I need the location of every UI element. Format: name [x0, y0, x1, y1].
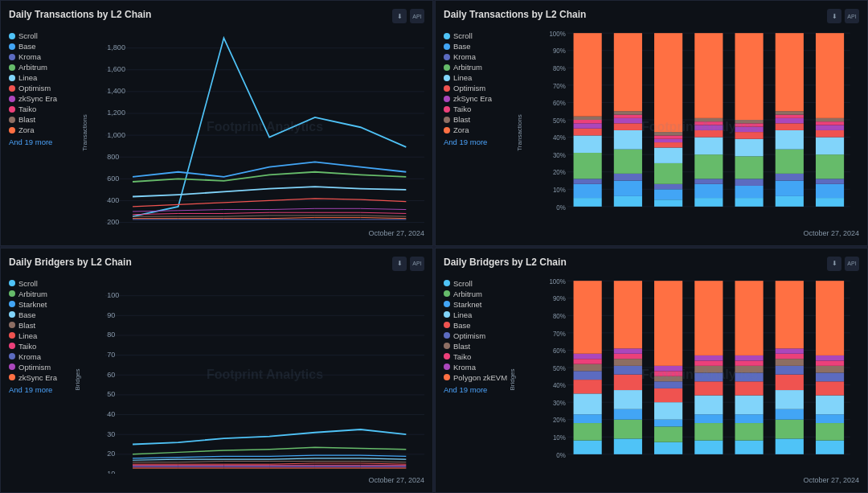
- legend-more[interactable]: And 19 more: [9, 138, 81, 146]
- svg-rect-93: [776, 174, 804, 181]
- svg-rect-82: [735, 186, 763, 198]
- panel-header-tr: Daily Transactions by L2 Chain ⬇ API: [444, 9, 859, 23]
- svg-rect-42: [574, 184, 602, 198]
- svg-text:10%: 10%: [553, 433, 566, 441]
- svg-text:1,000: 1,000: [107, 129, 125, 138]
- svg-rect-70: [654, 33, 682, 132]
- svg-rect-160: [574, 359, 602, 364]
- legend-item: zkSync Era: [9, 373, 81, 382]
- api-icon-br[interactable]: API: [845, 257, 859, 271]
- panel-icons-br: ⬇ API: [827, 257, 859, 271]
- legend-item: Taiko: [9, 105, 81, 113]
- svg-rect-97: [776, 118, 804, 123]
- svg-text:100%: 100%: [549, 277, 566, 285]
- svg-text:600: 600: [107, 173, 119, 182]
- svg-text:20%: 20%: [553, 168, 566, 176]
- api-icon-tl[interactable]: API: [410, 9, 424, 23]
- svg-rect-216: [816, 395, 844, 414]
- svg-rect-53: [614, 174, 642, 181]
- svg-rect-205: [776, 409, 804, 419]
- svg-container-tl: Footprint Analytics 1,800: [105, 28, 424, 227]
- svg-rect-153: [574, 440, 602, 454]
- legend-item: Blast: [9, 115, 81, 124]
- svg-text:20%: 20%: [553, 416, 566, 424]
- svg-rect-159: [574, 364, 602, 371]
- svg-rect-177: [654, 388, 682, 401]
- svg-text:60%: 60%: [553, 346, 566, 354]
- download-icon-br[interactable]: ⬇: [827, 257, 841, 271]
- svg-text:50: 50: [107, 388, 115, 397]
- svg-rect-191: [694, 355, 723, 359]
- svg-rect-99: [776, 111, 804, 114]
- svg-rect-222: [816, 281, 844, 355]
- svg-rect-203: [776, 438, 804, 454]
- svg-rect-88: [735, 123, 763, 126]
- svg-container-bl: Footprint Analytics 100 90: [105, 276, 424, 475]
- svg-rect-208: [776, 365, 804, 374]
- bar-chart-br: 0%10%20%30%40%50%60%70%80%90%100%: [540, 276, 859, 475]
- legend-item: Blast: [444, 342, 516, 351]
- legend-item: Kroma: [9, 52, 81, 61]
- svg-text:90%: 90%: [553, 294, 566, 302]
- svg-rect-48: [574, 120, 602, 123]
- y-axis-label-bl: Bridges: [74, 369, 81, 391]
- legend-item: Blast: [9, 321, 81, 330]
- svg-text:40%: 40%: [553, 134, 566, 142]
- legend-item: Zora: [9, 125, 81, 134]
- svg-rect-165: [614, 409, 642, 419]
- legend-item: Starknet: [444, 300, 516, 309]
- legend-item: Optimism: [9, 363, 81, 372]
- svg-rect-75: [694, 138, 723, 155]
- legend-more[interactable]: And 19 more: [444, 385, 516, 394]
- svg-rect-105: [816, 138, 844, 155]
- chart-footer-br: October 27, 2024: [540, 476, 859, 484]
- svg-rect-188: [694, 372, 723, 381]
- svg-rect-200: [735, 360, 763, 365]
- svg-rect-100: [776, 33, 804, 111]
- panel-icons-tr: ⬇ API: [827, 9, 859, 23]
- svg-rect-85: [735, 139, 763, 157]
- legend-item: Base: [444, 321, 516, 330]
- svg-rect-47: [574, 123, 602, 128]
- legend-more[interactable]: And 19 more: [444, 138, 516, 146]
- legend-more[interactable]: And 19 more: [9, 385, 81, 394]
- svg-text:50%: 50%: [553, 364, 566, 372]
- panel-header-bl: Daily Bridgers by L2 Chain ⬇ API: [9, 257, 424, 271]
- chart-body-br: ScrollArbitrumStarknetLineaBaseOptimismB…: [444, 276, 859, 485]
- svg-text:10: 10: [107, 468, 115, 474]
- svg-text:40: 40: [107, 409, 115, 417]
- svg-rect-69: [654, 132, 682, 135]
- svg-rect-198: [735, 372, 763, 381]
- legend-br: ScrollArbitrumStarknetLineaBaseOptimismB…: [444, 276, 516, 485]
- legend-item: Linea: [444, 310, 516, 319]
- svg-rect-219: [816, 365, 844, 372]
- svg-rect-104: [816, 154, 844, 179]
- api-icon-bl[interactable]: API: [410, 257, 424, 271]
- chart-footer-bl: October 27, 2024: [105, 476, 424, 484]
- api-icon-tr[interactable]: API: [845, 9, 859, 23]
- svg-text:10%: 10%: [553, 186, 566, 194]
- svg-rect-158: [574, 371, 602, 380]
- svg-rect-202: [735, 281, 763, 355]
- svg-rect-193: [735, 440, 763, 454]
- svg-rect-190: [694, 360, 723, 365]
- svg-rect-212: [776, 281, 804, 348]
- panel-top-left: Daily Transactions by L2 Chain ⬇ API Scr…: [0, 0, 433, 246]
- svg-rect-162: [574, 281, 602, 354]
- download-icon-tr[interactable]: ⬇: [827, 9, 841, 23]
- svg-text:400: 400: [107, 195, 119, 204]
- y-axis-label-br: Bridges: [509, 369, 516, 391]
- svg-rect-156: [574, 393, 602, 414]
- legend-item: Taiko: [444, 105, 516, 113]
- svg-rect-44: [574, 153, 602, 179]
- svg-rect-204: [776, 419, 804, 438]
- svg-rect-94: [776, 150, 804, 174]
- svg-rect-155: [574, 414, 602, 423]
- download-icon-tl[interactable]: ⬇: [392, 9, 407, 23]
- svg-rect-68: [654, 135, 682, 138]
- svg-rect-176: [654, 402, 682, 420]
- svg-rect-167: [614, 374, 642, 389]
- download-icon-bl[interactable]: ⬇: [392, 257, 407, 271]
- svg-rect-169: [614, 359, 642, 366]
- chart-area-tr: Transactions Footprint Analytics 0%10%20…: [516, 28, 859, 237]
